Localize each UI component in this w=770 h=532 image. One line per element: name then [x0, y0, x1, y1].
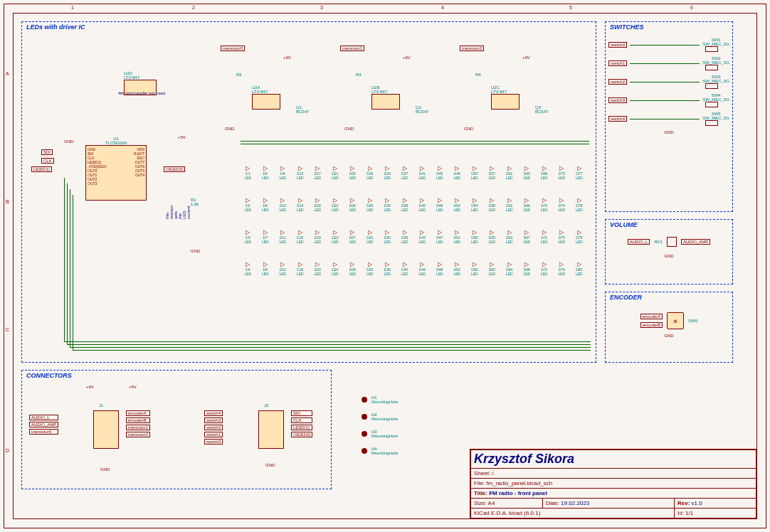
u2b: U2B LTV-847	[371, 85, 400, 110]
ruler-side-b: B	[6, 199, 9, 204]
gnd-3: GND	[464, 127, 473, 131]
led-D12: ▷D12LED	[274, 261, 292, 276]
label-transistor0: transistor0	[221, 46, 245, 51]
led-D17: ▷D17LED	[309, 165, 327, 180]
led-D80: ▷D80LED	[571, 261, 589, 276]
led-D13: ▷D13LED	[292, 165, 310, 180]
led-D49: ▷D49LED	[448, 165, 466, 180]
label-sdi: SDI	[41, 149, 53, 155]
u2d: U2D LTV-847 4th optocoupler not used	[124, 71, 157, 95]
led-D34: ▷D34LED	[379, 197, 396, 212]
led-D69: ▷D69LED	[536, 165, 554, 180]
led-D3: ▷D3LED	[239, 229, 257, 244]
led-D72: ▷D72LED	[536, 261, 554, 276]
title-block: Krzysztof Sikora Sheet: / File: fm_radio…	[470, 449, 757, 519]
led-D45: ▷D45LED	[431, 165, 449, 180]
sw1: switch0SW1SW_MEC_5G	[608, 38, 729, 52]
volume-title: VOLUME	[610, 221, 638, 228]
ruler-side-c: C	[6, 327, 9, 332]
sw4: switch3SW4SW_MEC_5G	[608, 93, 729, 107]
connectors-title: CONNECTORS	[26, 372, 72, 379]
r1: R1 1.6k	[191, 198, 199, 206]
hole-h4	[362, 448, 367, 454]
led-D15: ▷D15LED	[292, 229, 310, 244]
date: 19.02.2023	[561, 500, 589, 506]
hole-h1	[362, 397, 367, 403]
led-D8: ▷D8LED	[257, 261, 275, 276]
led-D70: ▷D70LED	[536, 197, 554, 212]
label-enca: encoderA	[640, 314, 663, 319]
led-D23: ▷D23LED	[327, 229, 344, 244]
led-D67: ▷D67LED	[518, 229, 536, 244]
led-D14: ▷D14LED	[292, 197, 310, 212]
led-D68: ▷D68LED	[518, 261, 536, 276]
switches-title: SWITCHES	[610, 23, 644, 31]
led-D73: ▷D73LED	[553, 165, 571, 180]
led-D51: ▷D51LED	[448, 229, 466, 244]
led-D19: ▷D19LED	[309, 229, 327, 244]
j2: J2	[264, 403, 268, 408]
led-D43: ▷D43LED	[413, 229, 431, 244]
j1: J1	[99, 403, 103, 408]
ruler-top-2: 2	[192, 5, 195, 10]
sw3: switch2SW3SW_MEC_5G	[608, 75, 729, 89]
led-D76: ▷D76LED	[553, 261, 571, 276]
led-D33: ▷D33LED	[379, 165, 396, 180]
rv1: RV1	[654, 240, 663, 244]
led-D59: ▷D59LED	[483, 229, 501, 244]
gnd-2: GND	[344, 127, 354, 131]
label-transistor2: transistor2	[460, 46, 484, 51]
pwr-9v-2: +9V	[403, 55, 411, 60]
led-D47: ▷D47LED	[431, 229, 449, 244]
label-transistor1: transistor1	[340, 46, 364, 51]
ruler-top-3: 3	[320, 5, 323, 10]
led-D41: ▷D41LED	[413, 165, 431, 180]
gnd-1: GND	[225, 127, 234, 131]
sw2: switch1SW2SW_MEC_5G	[608, 56, 729, 70]
gnd-j2: GND	[265, 463, 275, 467]
pwr-5v-j1: +5V	[129, 385, 137, 389]
led-D71: ▷D71LED	[536, 229, 554, 244]
led-D28: ▷D28LED	[344, 261, 362, 276]
title: FM radio - front panel	[489, 490, 547, 496]
led-D66: ▷D66LED	[518, 197, 536, 212]
led-D21: ▷D21LED	[327, 165, 344, 180]
led-D62: ▷D62LED	[501, 197, 519, 212]
led-D78: ▷D78LED	[571, 197, 589, 212]
u2a: U2A LTV-847	[252, 85, 280, 110]
led-D40: ▷D40LED	[396, 261, 414, 276]
u2c: U2C LTV-847	[491, 85, 520, 110]
led-D46: ▷D46LED	[431, 197, 449, 212]
led-D26: ▷D26LED	[344, 197, 362, 212]
sw6: SW6	[688, 319, 697, 323]
led-D53: ▷D53LED	[466, 165, 484, 180]
size: Size: A4	[471, 499, 543, 509]
led-D11: ▷D11LED	[274, 229, 292, 244]
led-D77: ▷D77LED	[571, 165, 589, 180]
pwr-9v-j1: +9V	[86, 385, 94, 389]
r3: R3	[356, 73, 362, 77]
led-D75: ▷D75LED	[553, 229, 571, 244]
r4: R4	[475, 73, 481, 77]
tool: KiCad E.D.A. kicad (6.0.1)	[471, 509, 675, 518]
ruler-top-1: 1	[71, 5, 74, 10]
led-D44: ▷D44LED	[413, 261, 431, 276]
led-D9: ▷D9LED	[274, 165, 292, 180]
author: Krzysztof Sikora	[474, 452, 753, 467]
led-D37: ▷D37LED	[396, 165, 414, 180]
pwr-9v-1: +9V	[283, 55, 291, 60]
led-D60: ▷D60LED	[483, 261, 501, 276]
led-D31: ▷D31LED	[362, 229, 379, 244]
ruler-side-a: A	[6, 71, 9, 76]
led-D30: ▷D30LED	[362, 197, 379, 212]
switches-block: SWITCHES switch0SW1SW_MEC_5Gswitch1SW2SW…	[605, 21, 733, 212]
led-D35: ▷D35LED	[379, 229, 396, 244]
gnd-sw: GND	[608, 130, 729, 134]
led-D22: ▷D22LED	[327, 197, 344, 212]
label-encb: encoderB	[640, 322, 663, 328]
led-D1: ▷D1LED	[239, 165, 257, 180]
led-D25: ▷D25LED	[344, 165, 362, 180]
led-D54: ▷D54LED	[466, 197, 484, 212]
led-D61: ▷D61LED	[501, 165, 519, 180]
label-oe: OE(ED2)	[164, 166, 185, 172]
